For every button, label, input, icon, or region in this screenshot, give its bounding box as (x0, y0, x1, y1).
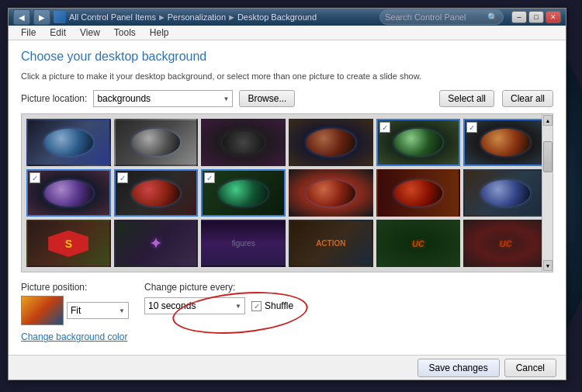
change-picture-section: Change picture every: 10 seconds ▼ ✓ Shu… (144, 282, 293, 314)
maximize-button[interactable]: □ (528, 11, 544, 23)
image-grid: ✓✓✓✓✓S✦figuresACTIONUCUC (22, 114, 553, 272)
breadcrumb-sep1: ► (158, 12, 166, 22)
position-arrow: ▼ (119, 307, 125, 314)
shuffle-checkbox[interactable]: ✓ (251, 301, 262, 311)
close-button[interactable]: ✕ (546, 11, 561, 23)
breadcrumb-sep2: ► (227, 12, 236, 22)
thumbnail-item[interactable]: UC (463, 220, 548, 267)
position-value: Fit (71, 305, 81, 316)
location-label: Picture location: (21, 93, 87, 104)
window-icon (54, 11, 66, 23)
bg-color-link[interactable]: Change background color (21, 331, 129, 342)
thumbnail-item[interactable]: ✦ (114, 220, 199, 267)
menu-view[interactable]: View (74, 26, 106, 40)
main-window: ◀ ▶ All Control Panel Items ► Personaliz… (8, 8, 566, 380)
position-selector: Fit ▼ (21, 296, 129, 325)
scrollbar-thumb[interactable] (543, 141, 553, 172)
change-picture-label: Change picture every: (144, 282, 293, 293)
footer: Save changes Cancel (9, 355, 566, 380)
title-bar: ◀ ▶ All Control Panel Items ► Personaliz… (9, 9, 566, 26)
menu-file[interactable]: File (15, 26, 42, 40)
location-dropdown-arrow: ▼ (223, 95, 229, 102)
select-all-button[interactable]: Select all (439, 90, 494, 107)
menu-tools[interactable]: Tools (108, 26, 142, 40)
interval-arrow: ▼ (235, 303, 241, 310)
grid-scrollbar[interactable]: ▲ ▼ (542, 114, 553, 272)
thumbnail-item[interactable]: ✓ (114, 169, 199, 217)
clear-all-button[interactable]: Clear all (502, 90, 553, 107)
page-subtitle: Click a picture to make it your desktop … (21, 71, 553, 81)
change-row: 10 seconds ▼ ✓ Shuffle (144, 297, 293, 314)
content-area: Choose your desktop background Click a p… (9, 40, 566, 355)
picture-position-section: Picture position: Fit ▼ Change backgroun… (21, 282, 129, 342)
minimize-button[interactable]: – (511, 11, 527, 23)
search-icon: 🔍 (487, 12, 498, 23)
thumbnail-item[interactable] (201, 119, 286, 166)
menu-bar: File Edit View Tools Help (9, 26, 566, 40)
thumbnail-item[interactable] (26, 119, 111, 166)
position-preview (21, 296, 64, 325)
search-bar[interactable]: Search Control Panel 🔍 (379, 9, 504, 25)
interval-value: 10 seconds (148, 300, 196, 311)
location-dropdown[interactable]: backgrounds ▼ (93, 90, 233, 107)
position-dropdown[interactable]: Fit ▼ (67, 302, 129, 319)
save-changes-button[interactable]: Save changes (417, 359, 500, 377)
interval-dropdown[interactable]: 10 seconds ▼ (144, 297, 245, 314)
search-placeholder: Search Control Panel (385, 12, 466, 22)
forward-button[interactable]: ▶ (33, 9, 50, 25)
browse-button[interactable]: Browse... (239, 90, 295, 107)
thumbnail-item[interactable]: ACTION (289, 220, 373, 267)
scroll-up-button[interactable]: ▲ (543, 115, 553, 126)
location-row: Picture location: backgrounds ▼ Browse..… (21, 90, 553, 107)
picture-position-label: Picture position: (21, 282, 129, 293)
back-button[interactable]: ◀ (13, 9, 30, 25)
image-grid-container: ✓✓✓✓✓S✦figuresACTIONUCUC ▲ ▼ (21, 113, 553, 272)
cancel-button[interactable]: Cancel (504, 359, 556, 377)
scroll-down-button[interactable]: ▼ (543, 260, 553, 271)
breadcrumb: All Control Panel Items ► Personalizatio… (69, 12, 317, 22)
page-title: Choose your desktop background (21, 50, 553, 64)
thumbnail-item[interactable] (289, 169, 373, 217)
menu-help[interactable]: Help (144, 26, 175, 40)
thumbnail-item[interactable]: UC (376, 220, 461, 267)
thumbnail-item[interactable] (376, 169, 461, 217)
thumbnail-item[interactable]: figures (201, 220, 286, 267)
breadcrumb-end[interactable]: Desktop Background (237, 12, 317, 22)
menu-edit[interactable]: Edit (43, 26, 72, 40)
thumbnail-item[interactable] (463, 169, 548, 217)
breadcrumb-root[interactable]: All Control Panel Items (69, 12, 156, 22)
shuffle-label: Shuffle (265, 300, 293, 311)
location-value: backgrounds (97, 93, 151, 104)
thumbnail-item[interactable] (114, 119, 199, 166)
thumbnail-item[interactable]: ✓ (463, 119, 548, 166)
thumbnail-item[interactable] (289, 119, 373, 166)
shuffle-row: ✓ Shuffle (251, 300, 293, 311)
breadcrumb-mid[interactable]: Personalization (168, 12, 226, 22)
bottom-controls: Picture position: Fit ▼ Change backgroun… (21, 279, 553, 345)
title-bar-left: ◀ ▶ All Control Panel Items ► Personaliz… (13, 9, 376, 25)
thumbnail-item[interactable]: ✓ (376, 119, 461, 166)
thumbnail-item[interactable]: ✓ (201, 169, 286, 217)
thumbnail-item[interactable]: S (26, 220, 111, 267)
thumbnail-item[interactable]: ✓ (26, 169, 111, 217)
window-controls: – □ ✕ (511, 11, 561, 23)
